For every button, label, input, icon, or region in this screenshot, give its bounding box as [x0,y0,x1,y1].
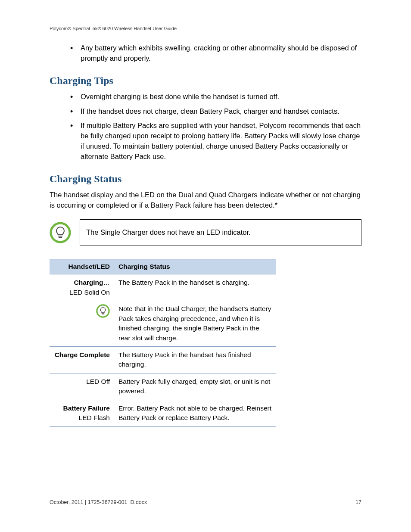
body-content: Any battery which exhibits swelling, cra… [50,43,361,427]
table-cell-right: Battery Pack fully charged, empty slot, … [114,373,276,400]
row-label-bold: Charge Complete [55,351,110,358]
table-cell-right: Note that in the Dual Charger, the hands… [114,301,276,346]
table-cell-right: The Battery Pack in the handset has fini… [114,347,276,373]
table-row: Note that in the Dual Charger, the hands… [50,301,276,346]
list-item: Overnight charging is best done while th… [50,92,361,102]
intro-bullet-list: Any battery which exhibits swelling, cra… [50,43,361,64]
table-header-right: Charging Status [114,259,276,274]
table-cell-left [50,301,114,346]
table-cell-right: The Battery Pack in the handset is charg… [114,274,276,301]
table-row: LED Off Battery Pack fully charged, empt… [50,373,276,400]
tip-note-box: The Single Charger does not have an LED … [80,219,361,246]
heading-charging-status: Charging Status [50,171,361,187]
heading-charging-tips: Charging Tips [50,73,361,88]
row-label-line2: LED Solid On [69,289,110,296]
table-header-left: Handset/LED [50,259,114,274]
tip-icon-wrap [50,222,80,243]
svg-point-3 [97,305,109,317]
page-footer: October, 2011 | 1725-36729-001_D.docx 17 [50,499,361,505]
table-row: Charge Complete The Battery Pack in the … [50,347,276,373]
table-cell-left: Battery Failure LED Flash [50,400,114,426]
list-item: If multiple Battery Packs are supplied w… [50,121,361,162]
tips-bullet-list: Overnight charging is best done while th… [50,92,361,162]
document-header: Polycom® SpectraLink® 6020 Wireless Hand… [50,26,361,31]
list-item: Any battery which exhibits swelling, cra… [50,43,361,64]
footer-left: October, 2011 | 1725-36729-001_D.docx [50,499,147,505]
table-row: Charging… LED Solid On The Battery Pack … [50,274,276,301]
table-cell-right: Error. Battery Pack not able to be charg… [114,400,276,426]
row-label-bold: Charging [74,279,103,286]
table-cell-left: Charge Complete [50,347,114,373]
document-page: Polycom® SpectraLink® 6020 Wireless Hand… [0,0,411,532]
table-cell-left: LED Off [50,373,114,400]
tip-callout: The Single Charger does not have an LED … [50,219,361,246]
table-cell-left: Charging… LED Solid On [50,274,114,301]
table-header-row: Handset/LED Charging Status [50,259,276,274]
footer-page-number: 17 [355,499,361,505]
charging-status-table: Handset/LED Charging Status Charging… LE… [50,259,276,427]
lightbulb-icon [50,222,71,243]
row-label-bold: Battery Failure [63,404,110,412]
svg-point-0 [51,223,70,242]
row-label-suffix: … [103,279,110,286]
row-label-line2: LED Flash [79,414,110,421]
table-row: Battery Failure LED Flash Error. Battery… [50,400,276,426]
list-item: If the handset does not charge, clean Ba… [50,106,361,117]
lightbulb-icon [96,304,110,318]
row-label-line2: LED Off [86,378,110,385]
status-intro-paragraph: The handset display and the LED on the D… [50,190,361,211]
